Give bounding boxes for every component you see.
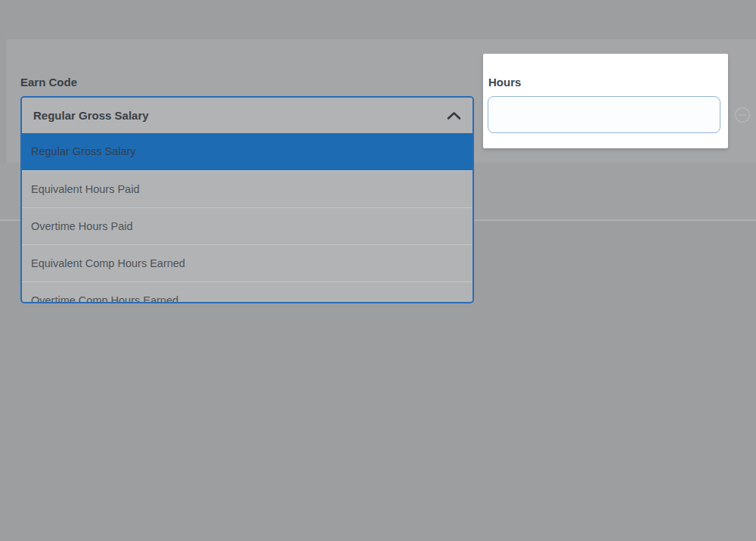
earn-code-selected-value: Regular Gross Salary — [33, 109, 149, 122]
hours-label: Hours — [488, 76, 521, 89]
option-equivalent-hours-paid[interactable]: Equivalent Hours Paid — [22, 170, 472, 207]
hours-field-card: Hours — [483, 54, 728, 148]
option-overtime-comp-hours-earned[interactable]: Overtime Comp Hours Earned — [22, 281, 472, 303]
earn-code-option-list: Regular Gross Salary Equivalent Hours Pa… — [22, 133, 472, 303]
minus-circle-icon[interactable] — [734, 107, 751, 123]
hours-input[interactable] — [488, 96, 720, 133]
dimmed-page-background: { "colors": { "page_bg": "#9c9ea0", "pan… — [0, 0, 756, 541]
option-equivalent-comp-hours-earned[interactable]: Equivalent Comp Hours Earned — [22, 244, 472, 281]
earn-code-combobox[interactable]: Regular Gross Salary — [22, 98, 472, 133]
option-regular-gross-salary[interactable]: Regular Gross Salary — [22, 133, 472, 170]
option-overtime-hours-paid[interactable]: Overtime Hours Paid — [22, 207, 472, 244]
earn-code-label: Earn Code — [20, 76, 77, 89]
chevron-up-icon[interactable] — [447, 111, 461, 120]
earn-code-dropdown[interactable]: Regular Gross Salary Regular Gross Salar… — [20, 96, 474, 303]
